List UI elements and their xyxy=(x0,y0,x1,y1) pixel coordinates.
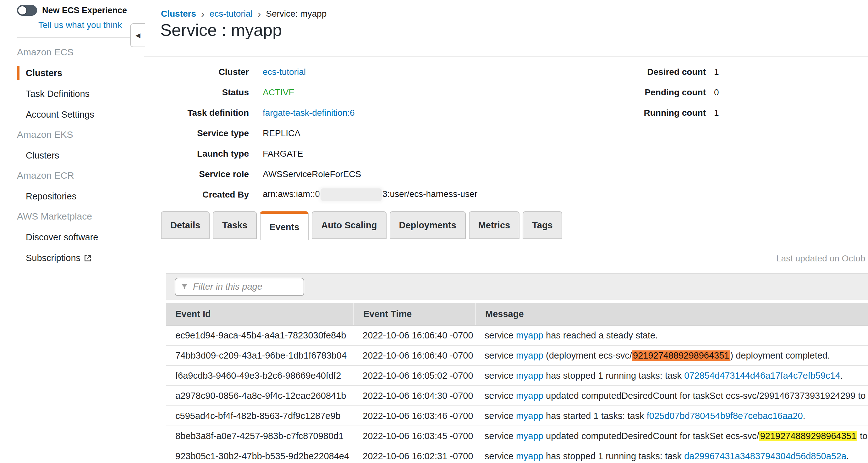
field-value: AWSServiceRoleForECS xyxy=(263,169,361,179)
breadcrumb-item-ecs-tutorial[interactable]: ecs-tutorial xyxy=(210,9,253,19)
message-link[interactable]: da29967431a3483794304d56d850a52a xyxy=(684,451,846,461)
breadcrumb-separator: › xyxy=(258,9,261,18)
sidebar-section-heading-aws-marketplace: AWS Marketplace xyxy=(17,211,143,222)
tab-auto-scaling[interactable]: Auto Scaling xyxy=(312,211,386,239)
event-id-cell: c595ad4c-bf4f-482b-8563-7df9c1287e9b xyxy=(166,411,353,421)
sidebar-item-account-settings[interactable]: Account Settings xyxy=(26,109,94,120)
message-text: service xyxy=(485,390,516,401)
column-header-event-id: Event Id xyxy=(166,309,353,319)
sidebar-item-clusters[interactable]: Clusters xyxy=(26,67,62,79)
field-label: Launch type xyxy=(161,149,249,159)
event-id-cell: 923b05c1-30b2-47bb-b535-9d2be22084e4 xyxy=(166,451,353,461)
field-value: FARGATE xyxy=(263,149,303,159)
event-id-cell: ec9e1d94-9aca-45b4-a4a1-7823030fe84b xyxy=(166,330,353,341)
event-time-cell: 2022-10-06 16:06:40 -0700 xyxy=(353,330,475,341)
table-row: 74bb3d09-c209-43a1-96be-1db1f6783b042022… xyxy=(166,346,868,366)
message-text: . xyxy=(840,371,843,381)
message-link[interactable]: f025d07bd780454b9f8e7cebac16aa20 xyxy=(647,411,803,421)
external-link-icon xyxy=(84,254,92,262)
table-row: f6a9cdb3-9460-49e3-b2c6-98669e40fdf22022… xyxy=(166,366,868,386)
new-ecs-experience-toggle[interactable] xyxy=(17,5,37,16)
table-row: c595ad4c-bf4f-482b-8563-7df9c1287e9b2022… xyxy=(166,406,868,426)
event-time-cell: 2022-10-06 16:04:30 -0700 xyxy=(353,390,475,401)
message-text: service xyxy=(485,411,516,421)
field-value: REPLICA xyxy=(263,128,301,138)
highlight-orange: 9219274889298964351 xyxy=(632,350,730,361)
count-label: Pending count xyxy=(551,87,706,97)
page-title: Service : myapp xyxy=(160,20,282,40)
message-text: ) deployment completed. xyxy=(730,350,830,360)
field-row-service-type: Service typeREPLICA xyxy=(161,123,477,143)
message-text: service xyxy=(485,330,516,340)
sidebar-item-task-definitions[interactable]: Task Definitions xyxy=(26,88,90,99)
field-row-cluster: Clusterecs-tutorial xyxy=(161,62,477,82)
last-updated-text: Last updated on Octob xyxy=(776,254,865,264)
message-cell: service myapp updated computedDesiredCou… xyxy=(475,390,868,401)
service-count-fields: Desired count1Pending count0Running coun… xyxy=(551,62,719,123)
feedback-link[interactable]: Tell us what you think xyxy=(38,20,143,30)
field-row-task-definition: Task definitionfargate-task-definition:6 xyxy=(161,103,477,123)
message-link[interactable]: myapp xyxy=(516,411,544,421)
breadcrumb-separator: › xyxy=(201,9,205,18)
count-value: 1 xyxy=(714,108,719,118)
table-row: a2978c90-0856-4a8e-9f4c-12eae260841b2022… xyxy=(166,386,868,406)
field-label: Status xyxy=(161,87,249,97)
message-link[interactable]: myapp xyxy=(516,451,544,461)
task-definition-link[interactable]: fargate-task-definition:6 xyxy=(263,108,355,118)
sidebar-section-heading-amazon-eks: Amazon EKS xyxy=(17,129,143,140)
count-label: Desired count xyxy=(551,67,706,77)
field-row-service-role: Service roleAWSServiceRoleForECS xyxy=(161,164,477,184)
message-link[interactable]: myapp xyxy=(516,371,544,381)
sidebar-item-label: Subscriptions xyxy=(26,253,81,263)
message-link[interactable]: myapp xyxy=(516,350,544,360)
message-link[interactable]: myapp xyxy=(516,390,544,401)
table-row: ec9e1d94-9aca-45b4-a4a1-7823030fe84b2022… xyxy=(166,325,868,346)
message-cell: service myapp has reached a steady state… xyxy=(475,330,868,341)
table-body: ec9e1d94-9aca-45b4-a4a1-7823030fe84b2022… xyxy=(166,325,868,463)
message-cell: service myapp has stopped 1 running task… xyxy=(475,451,868,461)
status-badge: ACTIVE xyxy=(263,87,294,97)
message-link[interactable]: myapp xyxy=(516,330,544,340)
tab-metrics[interactable]: Metrics xyxy=(469,211,520,239)
sidebar-divider xyxy=(17,37,131,38)
breadcrumb-item-clusters[interactable]: Clusters xyxy=(161,9,196,19)
tab-events[interactable]: Events xyxy=(260,211,309,240)
events-toolbar xyxy=(166,273,868,300)
sidebar-item-label: Account Settings xyxy=(26,110,94,119)
tab-tasks[interactable]: Tasks xyxy=(213,211,257,239)
tab-details[interactable]: Details xyxy=(161,211,210,239)
event-id-cell: a2978c90-0856-4a8e-9f4c-12eae260841b xyxy=(166,390,353,401)
filter-input[interactable] xyxy=(192,281,297,292)
count-value: 1 xyxy=(714,67,719,77)
count-row-desired-count: Desired count1 xyxy=(551,62,719,82)
message-text: . xyxy=(803,411,805,421)
field-label: Service role xyxy=(161,169,249,179)
field-row-created-by: Created Byarn:aws:iam::03:user/ecs-harne… xyxy=(161,184,477,205)
cluster-link[interactable]: ecs-tutorial xyxy=(263,67,306,77)
filter-box xyxy=(175,278,304,296)
count-value: 0 xyxy=(714,87,719,97)
message-link[interactable]: myapp xyxy=(516,431,544,441)
ecs-console-screen: New ECS Experience Tell us what you thin… xyxy=(0,0,868,463)
event-time-cell: 2022-10-06 16:05:02 -0700 xyxy=(353,371,475,381)
message-text: to 1. xyxy=(857,431,868,441)
highlight-yellow: 9219274889298964351 xyxy=(759,431,857,441)
sidebar-item-subscriptions[interactable]: Subscriptions xyxy=(26,252,92,264)
sidebar-collapse-button[interactable]: ◀ xyxy=(130,23,145,47)
message-text: (deployment ecs-svc/ xyxy=(544,350,632,360)
message-cell: service myapp has stopped 1 running task… xyxy=(475,371,868,381)
sidebar-item-repositories[interactable]: Repositories xyxy=(26,191,76,202)
message-text: has started 1 tasks: task xyxy=(544,411,647,421)
message-link[interactable]: 072854d473144d46a17fa4c7efb59c14 xyxy=(684,371,840,381)
message-text: service xyxy=(485,350,516,360)
tab-tags[interactable]: Tags xyxy=(523,211,562,239)
sidebar-item-discover-software[interactable]: Discover software xyxy=(26,231,98,243)
table-header: Event IdEvent TimeMessage xyxy=(166,303,868,325)
count-row-pending-count: Pending count0 xyxy=(551,82,719,103)
events-table: Event IdEvent TimeMessage ec9e1d94-9aca-… xyxy=(166,273,868,463)
tab-deployments[interactable]: Deployments xyxy=(390,211,466,239)
sidebar-item-clusters[interactable]: Clusters xyxy=(26,150,59,161)
arn-prefix: arn:aws:iam::0 xyxy=(263,189,320,199)
field-row-launch-type: Launch typeFARGATE xyxy=(161,143,477,164)
field-value: ACTIVE xyxy=(263,87,294,97)
